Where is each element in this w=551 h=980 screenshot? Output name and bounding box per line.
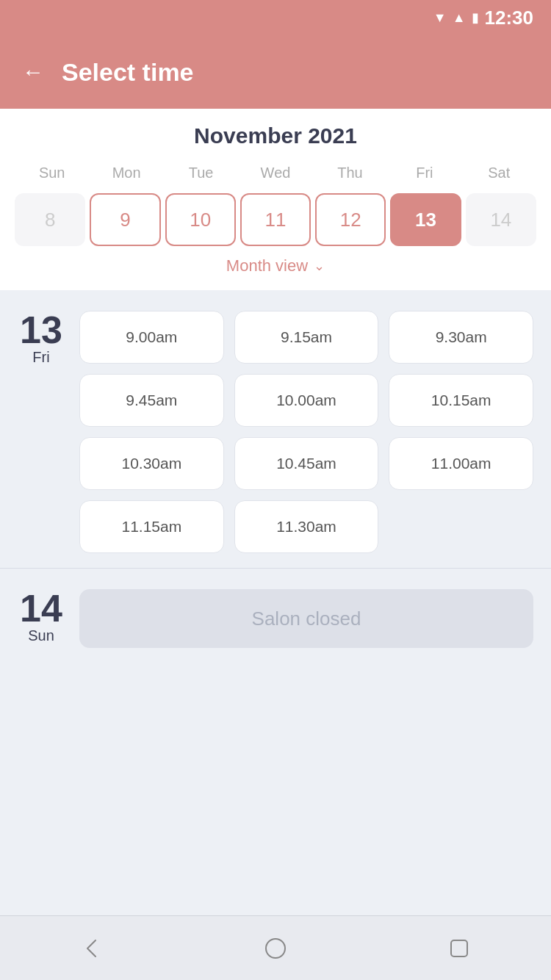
- battery-icon: ▮: [472, 10, 479, 26]
- day-10[interactable]: 10: [165, 193, 236, 246]
- weekday-mon: Mon: [89, 160, 163, 186]
- weekday-sun: Sun: [15, 160, 89, 186]
- day-block-13: 13 Fri 9.00am 9.15am 9.30am 9.45am 10.00…: [0, 290, 551, 568]
- wifi-icon: ▼: [433, 10, 447, 26]
- day-14[interactable]: 14: [466, 193, 536, 246]
- svg-rect-1: [451, 940, 467, 956]
- day-number-14: 14: [18, 589, 65, 627]
- back-nav-icon: [79, 936, 104, 961]
- day-9[interactable]: 9: [90, 193, 160, 246]
- svg-point-0: [266, 939, 285, 958]
- weekday-tue: Tue: [164, 160, 238, 186]
- status-bar: ▼ ▲ ▮ 12:30: [0, 0, 551, 35]
- day-8[interactable]: 8: [15, 193, 85, 246]
- signal-icon: ▲: [453, 10, 466, 26]
- time-slot-930am[interactable]: 9.30am: [389, 311, 533, 364]
- home-nav-icon: [263, 936, 288, 961]
- day-name-14: Sun: [18, 627, 65, 644]
- day-block-14: 14 Sun Salon closed: [0, 568, 551, 663]
- time-slot-1100am[interactable]: 11.00am: [389, 437, 533, 490]
- time-slot-915am[interactable]: 9.15am: [234, 311, 379, 364]
- salon-closed-box: Salon closed: [79, 589, 533, 648]
- status-time: 12:30: [485, 7, 534, 29]
- slots-section: 13 Fri 9.00am 9.15am 9.30am 9.45am 10.00…: [0, 290, 551, 915]
- month-view-label: Month view: [226, 256, 308, 275]
- day-12[interactable]: 12: [315, 193, 386, 246]
- time-slot-1015am[interactable]: 10.15am: [389, 374, 533, 427]
- app-header: ← Select time: [0, 35, 551, 109]
- weekday-sat: Sat: [462, 160, 536, 186]
- month-view-toggle[interactable]: Month view ⌄: [15, 246, 536, 278]
- time-slot-945am[interactable]: 9.45am: [79, 374, 224, 427]
- weekday-thu: Thu: [313, 160, 387, 186]
- day-row: 8 9 10 11 12 13 14: [15, 193, 536, 246]
- nav-back-button[interactable]: [77, 934, 107, 963]
- page-title: Select time: [62, 58, 194, 87]
- chevron-down-icon: ⌄: [314, 258, 325, 274]
- time-grid-13: 9.00am 9.15am 9.30am 9.45am 10.00am 10.1…: [79, 311, 533, 553]
- day-number-13: 13: [18, 311, 65, 349]
- time-slot-1115am[interactable]: 11.15am: [79, 500, 224, 553]
- time-slot-1000am[interactable]: 10.00am: [234, 374, 379, 427]
- calendar-section: November 2021 Sun Mon Tue Wed Thu Fri Sa…: [0, 109, 551, 290]
- status-icons: ▼ ▲ ▮ 12:30: [433, 7, 533, 29]
- time-slot-900am[interactable]: 9.00am: [79, 311, 224, 364]
- back-button[interactable]: ←: [22, 60, 44, 84]
- bottom-nav: [0, 915, 551, 980]
- day-label-14: 14 Sun: [18, 589, 65, 644]
- weekday-row: Sun Mon Tue Wed Thu Fri Sat: [15, 160, 536, 186]
- day-13[interactable]: 13: [390, 193, 461, 246]
- nav-recents-button[interactable]: [444, 934, 474, 963]
- recents-nav-icon: [447, 936, 472, 961]
- time-slot-1045am[interactable]: 10.45am: [234, 437, 379, 490]
- day-label-13: 13 Fri: [18, 311, 65, 366]
- weekday-wed: Wed: [238, 160, 312, 186]
- weekday-fri: Fri: [387, 160, 461, 186]
- month-year-title: November 2021: [15, 123, 536, 148]
- time-slot-1030am[interactable]: 10.30am: [79, 437, 224, 490]
- day-11[interactable]: 11: [240, 193, 311, 246]
- day-name-13: Fri: [18, 349, 65, 366]
- time-slot-1130am[interactable]: 11.30am: [234, 500, 379, 553]
- nav-home-button[interactable]: [261, 934, 290, 963]
